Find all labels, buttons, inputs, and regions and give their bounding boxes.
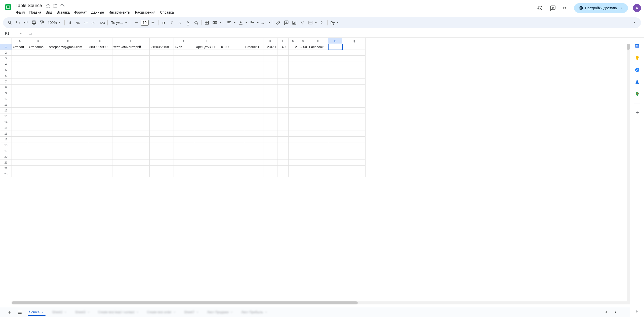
- cell[interactable]: [150, 96, 174, 102]
- column-header[interactable]: K: [263, 38, 277, 44]
- cell[interactable]: [220, 73, 244, 79]
- cell[interactable]: [12, 119, 28, 125]
- cell[interactable]: [342, 102, 366, 108]
- cell[interactable]: [277, 67, 289, 73]
- cell[interactable]: 38099999999: [88, 44, 112, 50]
- column-header[interactable]: Q: [342, 38, 366, 44]
- calendar-icon[interactable]: 31: [632, 41, 642, 51]
- cell[interactable]: [328, 96, 342, 102]
- cell[interactable]: [195, 73, 220, 79]
- cell[interactable]: [263, 142, 277, 148]
- cell[interactable]: [328, 90, 342, 96]
- cell[interactable]: [12, 113, 28, 119]
- cell[interactable]: [298, 142, 308, 148]
- cell[interactable]: [277, 102, 289, 108]
- cell[interactable]: [88, 166, 112, 171]
- cell[interactable]: [277, 137, 289, 142]
- cell[interactable]: Product 1: [244, 44, 263, 50]
- insert-comment-icon[interactable]: [283, 19, 290, 26]
- cell[interactable]: [88, 160, 112, 166]
- cell[interactable]: [174, 102, 195, 108]
- column-header[interactable]: F: [150, 38, 174, 44]
- cell[interactable]: [195, 125, 220, 131]
- cell[interactable]: [277, 148, 289, 154]
- cell[interactable]: [328, 166, 342, 171]
- cell[interactable]: [263, 148, 277, 154]
- cell[interactable]: [28, 67, 48, 73]
- cell[interactable]: [308, 56, 328, 61]
- account-avatar[interactable]: A: [633, 4, 641, 12]
- cell[interactable]: [28, 137, 48, 142]
- star-icon[interactable]: [46, 3, 51, 8]
- functions-icon[interactable]: Σ: [318, 19, 326, 26]
- cell[interactable]: [308, 154, 328, 160]
- cell[interactable]: [220, 131, 244, 137]
- cell[interactable]: [277, 61, 289, 67]
- cell[interactable]: Степан: [12, 44, 28, 50]
- cell[interactable]: [277, 166, 289, 171]
- cell[interactable]: [289, 61, 298, 67]
- cell[interactable]: [328, 113, 342, 119]
- cell[interactable]: [342, 142, 366, 148]
- cell[interactable]: [150, 148, 174, 154]
- row-header[interactable]: 10: [0, 96, 12, 102]
- horizontal-align-button[interactable]: [225, 19, 236, 26]
- cell[interactable]: [277, 113, 289, 119]
- cell[interactable]: [150, 137, 174, 142]
- cell[interactable]: [174, 148, 195, 154]
- python-button[interactable]: Py: [329, 20, 341, 26]
- cell[interactable]: [88, 56, 112, 61]
- cell[interactable]: [298, 166, 308, 171]
- cell[interactable]: [298, 85, 308, 90]
- column-header[interactable]: E: [112, 38, 150, 44]
- cell[interactable]: [342, 90, 366, 96]
- cell[interactable]: [48, 137, 88, 142]
- cell[interactable]: [289, 119, 298, 125]
- cell[interactable]: [174, 119, 195, 125]
- cell[interactable]: [220, 96, 244, 102]
- cell[interactable]: [328, 102, 342, 108]
- cell[interactable]: [195, 50, 220, 56]
- cell[interactable]: [112, 50, 150, 56]
- cell[interactable]: [298, 125, 308, 131]
- column-header[interactable]: C: [48, 38, 88, 44]
- cell[interactable]: [48, 50, 88, 56]
- row-header[interactable]: 2: [0, 50, 12, 56]
- cell[interactable]: [244, 108, 263, 113]
- cell[interactable]: [289, 102, 298, 108]
- row-header[interactable]: 5: [0, 67, 12, 73]
- row-header[interactable]: 14: [0, 119, 12, 125]
- cloud-status-icon[interactable]: [60, 3, 65, 8]
- cell[interactable]: [12, 148, 28, 154]
- increase-font-size-icon[interactable]: [149, 19, 157, 26]
- cell[interactable]: [28, 160, 48, 166]
- cell[interactable]: [342, 148, 366, 154]
- cell[interactable]: [48, 90, 88, 96]
- spreadsheet-grid[interactable]: ABCDEFGHIJKLMNOPQ1СтепанСтепановsstepano…: [0, 38, 366, 177]
- cell[interactable]: [112, 119, 150, 125]
- cell[interactable]: [48, 102, 88, 108]
- cell[interactable]: [244, 85, 263, 90]
- column-header[interactable]: J: [244, 38, 263, 44]
- currency-icon[interactable]: $: [66, 19, 74, 26]
- row-header[interactable]: 18: [0, 142, 12, 148]
- meet-button[interactable]: [561, 3, 571, 13]
- menu-item[interactable]: Данные: [89, 9, 106, 15]
- cell[interactable]: [48, 108, 88, 113]
- comments-icon[interactable]: [548, 3, 558, 13]
- cell[interactable]: [289, 96, 298, 102]
- cell[interactable]: [48, 171, 88, 177]
- cell[interactable]: [220, 160, 244, 166]
- cell[interactable]: [263, 113, 277, 119]
- cell[interactable]: [195, 56, 220, 61]
- cell[interactable]: [244, 50, 263, 56]
- menu-item[interactable]: Файл: [14, 9, 27, 15]
- cell[interactable]: [277, 56, 289, 61]
- cell[interactable]: [244, 67, 263, 73]
- cell[interactable]: [88, 108, 112, 113]
- grid-wrapper[interactable]: ABCDEFGHIJKLMNOPQ1СтепанСтепановsstepano…: [0, 38, 630, 304]
- cell[interactable]: [328, 125, 342, 131]
- cell[interactable]: [28, 96, 48, 102]
- search-menus-icon[interactable]: [6, 19, 14, 26]
- cell[interactable]: 2800: [298, 44, 308, 50]
